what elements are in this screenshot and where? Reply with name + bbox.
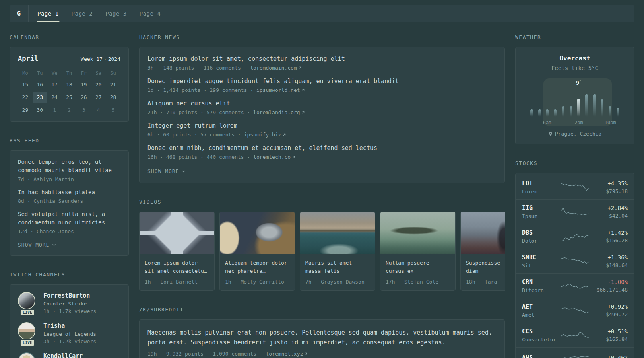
stock-row[interactable]: CCSConsectetur +0.51%$165.84 [516,323,634,347]
hn-domain-link[interactable]: loremdomain.com [250,65,297,71]
twitch-channel-name[interactable]: ForrestBurton [43,292,96,299]
hackernews-section: HACKER NEWS Lorem ipsum dolor sit amet, … [139,34,505,183]
hn-domain-link[interactable]: loremtech.co [253,154,291,160]
stock-row[interactable]: AHS +0.46% [516,347,634,358]
twitch-channel[interactable]: KendallCarr [18,352,120,358]
external-link-icon [291,155,296,159]
stock-change: +4.35% [606,180,628,187]
hn-story-meta: 16h · 468 points · 440 comments · loremt… [147,154,497,160]
video-thumbnail[interactable] [461,212,505,254]
weather-bar [617,108,619,117]
stock-symbol: AET [522,303,560,310]
calendar-day-next-month: 4 [91,105,106,116]
hn-domain-link[interactable]: ipsumworld.net [256,87,300,93]
stock-row[interactable]: CRNBitcorn -1.00%$66,171.48 [516,273,634,298]
rss-item-title[interactable]: In hac habitasse platea [18,188,120,197]
stock-row[interactable]: SNRCSit +1.36%$148.64 [516,249,634,273]
twitch-channel-name[interactable]: Trisha [43,322,96,329]
video-thumbnail[interactable] [300,212,375,254]
tab-page-2[interactable]: Page 2 [65,5,99,22]
reddit-domain-link[interactable]: loremnet.xyz [266,351,303,357]
time-tick: 6am [543,120,552,125]
stock-sparkline [560,305,590,317]
rss-item: Sed volutpat nulla nisl, a condimentum n… [18,210,120,234]
tab-page-1[interactable]: Page 1 [31,5,65,22]
chevron-down-icon [181,169,186,174]
hn-story-title[interactable]: Aliquam nec cursus elit [147,100,497,107]
hn-domain-link[interactable]: ipsumify.biz [244,132,281,138]
stock-sparkline [560,231,590,243]
video-card[interactable]: Nullam posuere cursus ex 17h · Stefan Co… [380,212,456,291]
rss-item-meta: 7d · Ashlyn Martin [18,176,120,182]
tab-page-4[interactable]: Page 4 [133,5,167,22]
rss-item: In hac habitasse platea 8d · Cynthia Sau… [18,188,120,204]
weather-time-axis: 6am 2pm 10pm [528,120,622,126]
video-thumbnail[interactable] [140,212,214,254]
calendar-day: 17 [47,79,62,90]
stock-symbol: IIG [522,204,560,212]
hn-story-title[interactable]: Donec imperdiet augue tincidunt felis al… [147,78,497,85]
hn-story-title[interactable]: Integer eget rutrum lorem [147,122,497,129]
rss-show-more-button[interactable]: SHOW MORE [18,242,56,248]
time-tick: 10pm [605,120,616,125]
twitch-channel[interactable]: LIVE Trisha League of Legends 3h · 1.2k … [18,322,120,344]
video-card[interactable]: Lorem ipsum dolor sit amet consectetu… 1… [139,212,215,291]
video-meta: 17h · Stefan Cole [386,279,450,285]
video-title[interactable]: Lorem ipsum dolor sit amet consectetu… [145,259,209,276]
hn-meta-text: 6h · 60 points · 57 comments · [147,132,241,138]
rss-item-title[interactable]: Sed volutpat nulla nisl, a condimentum n… [18,210,120,227]
stocks-section: STOCKS LDILorem +4.35%$795.18 IIGIpsum +… [515,160,634,358]
stock-row[interactable]: AETAmet +0.92%$499.72 [516,298,634,323]
hn-story: Lorem ipsum dolor sit amet, consectetur … [147,55,497,71]
video-thumbnail[interactable] [220,212,295,254]
middle-column: HACKER NEWS Lorem ipsum dolor sit amet, … [139,34,505,358]
video-title[interactable]: Suspendissediam [466,259,505,276]
reddit-post-title[interactable]: Maecenas mollis pulvinar erat non posuer… [147,328,497,348]
stock-row[interactable]: DBSDolor +1.42%$156.28 [516,224,634,249]
weather-bar [530,109,533,117]
external-link-icon [282,132,287,137]
top-nav: G Page 1 Page 2 Page 3 Page 4 [10,5,634,22]
tab-page-3[interactable]: Page 3 [99,5,133,22]
app-logo[interactable]: G [10,5,29,22]
avatar [18,352,35,358]
video-title[interactable]: Nullam posuere cursus ex [386,259,450,276]
hn-story-title[interactable]: Donec enim nibh, condimentum et accumsan… [147,144,497,152]
right-column: WEATHER Overcast Feels like 5°C 9° 6am 2… [515,34,634,358]
stock-price: $499.72 [606,311,628,317]
hn-story-meta: 6h · 60 points · 57 comments · ipsumify.… [147,132,497,138]
video-card[interactable]: Suspendissediam 18h · Tara [460,212,505,291]
video-row: Lorem ipsum dolor sit amet consectetu… 1… [139,212,505,291]
calendar-section-title: CALENDAR [10,34,129,40]
weather-condition: Overcast [523,54,627,62]
external-link-icon [301,110,305,115]
video-card[interactable]: Aliquam tempor dolor nec pharetra… 1h · … [219,212,295,291]
twitch-channel[interactable]: LIVE ForrestBurton Counter-Strike 1h · 1… [18,292,120,314]
video-card[interactable]: Mauris sit amet massa felis 7h · Grayson… [300,212,375,291]
video-title[interactable]: Aliquam tempor dolor nec pharetra… [225,259,289,276]
hn-meta-text: 3h · 148 points · 116 comments · [147,65,247,71]
weather-section: WEATHER Overcast Feels like 5°C 9° 6am 2… [515,34,634,144]
stock-row[interactable]: IIGIpsum +2.84%$42.04 [516,199,634,224]
calendar-day: 30 [33,105,47,116]
videos-section-title: VIDEOS [139,199,505,205]
rss-item-title[interactable]: Donec tempor eros leo, ut commodo mauris… [18,158,120,175]
stock-name: Amet [522,312,560,318]
reddit-post-title-line: Maecenas mollis pulvinar erat non posuer… [147,329,492,336]
stock-row[interactable]: LDILorem +4.35%$795.18 [516,175,634,199]
video-title[interactable]: Mauris sit amet massa felis [305,259,370,276]
video-thumbnail[interactable] [380,212,455,254]
stock-symbol: DBS [522,229,560,236]
video-title-line: diam [466,268,478,274]
hn-story-title[interactable]: Lorem ipsum dolor sit amet, consectetur … [147,55,497,62]
stock-change: +0.51% [606,328,628,335]
hn-domain-link[interactable]: loremlandia.org [253,109,300,115]
location-pin-icon [548,132,553,136]
hn-show-more-button[interactable]: SHOW MORE [147,168,186,174]
avatar [18,322,35,340]
stock-name: Lorem [522,189,560,195]
time-tick: 2pm [574,120,583,125]
twitch-channel-name[interactable]: KendallCarr [43,352,83,358]
calendar-grid: Mo Tu We Th Fr Sa Su 15 16 17 18 19 20 2… [18,69,120,116]
stock-price: $42.04 [607,213,628,219]
